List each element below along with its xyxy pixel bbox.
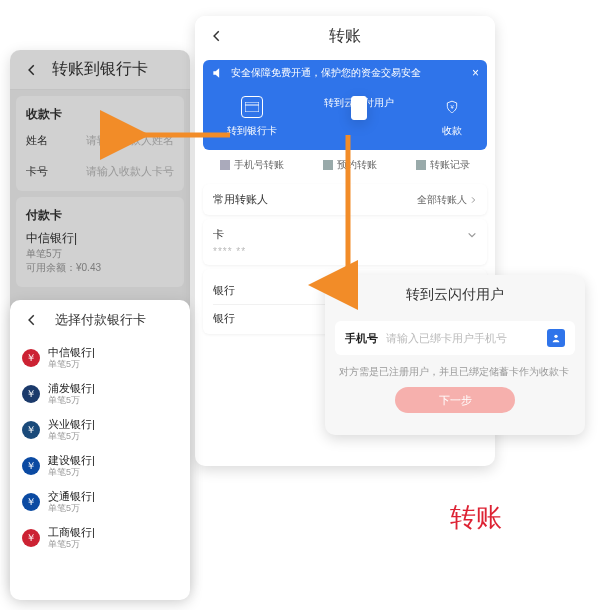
bank-limit: 单笔5万: [48, 503, 95, 514]
page-title: 转到云闪付用户: [406, 286, 504, 304]
back-button[interactable]: [335, 283, 359, 307]
bank-name: 工商银行|: [48, 526, 95, 539]
frequent-contacts-card: 常用转账人 全部转账人: [203, 184, 487, 215]
subtab-transfer-records[interactable]: 转账记录: [416, 158, 470, 172]
bank-row[interactable]: ￥兴业银行|单笔5万: [12, 412, 188, 448]
header: 转账: [195, 16, 495, 56]
diagram-label: 转账: [450, 500, 502, 535]
chevron-right-icon: [469, 196, 477, 204]
header: 转到云闪付用户: [325, 275, 585, 315]
bank-logo-icon: ￥: [22, 493, 40, 511]
bank-name: 建设银行|: [48, 454, 95, 467]
bank-row[interactable]: ￥中信银行|单笔5万: [12, 340, 188, 376]
screen-transfer-to-user: 转到云闪付用户 手机号 请输入已绑卡用户手机号 对方需是已注册用户，并且已绑定储…: [325, 275, 585, 435]
requirement-note: 对方需是已注册用户，并且已绑定储蓄卡作为收款卡: [325, 355, 585, 383]
phone-placeholder: 请输入已绑卡用户手机号: [386, 331, 539, 346]
sheet-title: 选择付款银行卡: [55, 311, 146, 329]
records-small-icon: [416, 160, 426, 170]
action-collect[interactable]: ¥ 收款: [441, 96, 463, 138]
contact-icon: [551, 333, 561, 343]
bank-logo-icon: ￥: [22, 529, 40, 547]
svg-rect-0: [245, 102, 259, 112]
bank-chooser-sheet: 选择付款银行卡 ￥中信银行|单笔5万￥浦发银行|单笔5万￥兴业银行|单笔5万￥建…: [10, 300, 190, 600]
bank-limit: 单笔5万: [48, 539, 95, 550]
page-title: 转账: [329, 26, 361, 47]
calendar-small-icon: [323, 160, 333, 170]
banner-text: 安全保障免费开通，保护您的资金交易安全: [231, 66, 421, 80]
back-button[interactable]: [205, 24, 229, 48]
bankcard-icon: [241, 96, 263, 118]
primary-actions: 转到银行卡 转到云闪付用户 ¥ 收款: [203, 86, 487, 150]
next-label: 下一步: [439, 393, 472, 408]
chevron-left-icon: [25, 313, 39, 327]
contacts-title: 常用转账人: [213, 192, 268, 207]
subtab-label: 预约转账: [337, 158, 377, 172]
link-text: 全部转账人: [417, 193, 467, 207]
chevron-left-icon: [340, 288, 354, 302]
collect-icon: ¥: [441, 96, 463, 118]
bank-list: ￥中信银行|单笔5万￥浦发银行|单笔5万￥兴业银行|单笔5万￥建设银行|单笔5万…: [10, 340, 190, 556]
subtab-label: 手机号转账: [234, 158, 284, 172]
shield-sound-icon: [211, 66, 225, 80]
card-mask: **** **: [213, 242, 477, 257]
bank-limit: 单笔5万: [48, 395, 95, 406]
bank-logo-icon: ￥: [22, 349, 40, 367]
bank-limit: 单笔5万: [48, 467, 95, 478]
bank-limit: 单笔5万: [48, 359, 95, 370]
subtab-label: 转账记录: [430, 158, 470, 172]
bank-logo-icon: ￥: [22, 457, 40, 475]
action-label: 收款: [442, 124, 462, 138]
svg-point-2: [358, 111, 360, 113]
header: 选择付款银行卡: [10, 300, 190, 340]
chevron-down-icon: [467, 230, 477, 240]
bank-row[interactable]: ￥建设银行|单笔5万: [12, 448, 188, 484]
bank-name: 兴业银行|: [48, 418, 95, 431]
all-contacts-link[interactable]: 全部转账人: [417, 193, 477, 207]
bank-name: 中信银行|: [48, 346, 95, 359]
security-banner[interactable]: 安全保障免费开通，保护您的资金交易安全 ×: [203, 60, 487, 86]
back-button[interactable]: [20, 308, 44, 332]
subtab-scheduled-transfer[interactable]: 预约转账: [323, 158, 377, 172]
bank-row[interactable]: ￥交通银行|单笔5万: [12, 484, 188, 520]
bank-limit: 单笔5万: [48, 431, 95, 442]
bank-logo-icon: ￥: [22, 385, 40, 403]
bank-name: 交通银行|: [48, 490, 95, 503]
card-info[interactable]: 卡 **** **: [203, 219, 487, 265]
subtab-phone-transfer[interactable]: 手机号转账: [220, 158, 284, 172]
contacts-button[interactable]: [547, 329, 565, 347]
action-to-bankcard[interactable]: 转到银行卡: [227, 96, 277, 138]
phone-small-icon: [220, 160, 230, 170]
bank-logo-icon: ￥: [22, 421, 40, 439]
chevron-left-icon: [210, 29, 224, 43]
banner-close[interactable]: ×: [472, 66, 479, 80]
action-label: 转到银行卡: [227, 124, 277, 138]
bank-name: 浦发银行|: [48, 382, 95, 395]
next-button[interactable]: 下一步: [395, 387, 515, 413]
bank-row[interactable]: ￥工商银行|单笔5万: [12, 520, 188, 556]
bank-row[interactable]: ￥浦发银行|单笔5万: [12, 376, 188, 412]
phone-icon: [351, 96, 367, 120]
svg-text:¥: ¥: [451, 104, 455, 110]
sub-tabs: 手机号转账 预约转账 转账记录: [195, 150, 495, 180]
phone-field[interactable]: 手机号 请输入已绑卡用户手机号: [335, 321, 575, 355]
card-label: 卡: [213, 227, 224, 242]
svg-point-4: [554, 335, 557, 338]
phone-label: 手机号: [345, 331, 378, 346]
action-to-user[interactable]: 转到云闪付用户: [324, 96, 394, 138]
